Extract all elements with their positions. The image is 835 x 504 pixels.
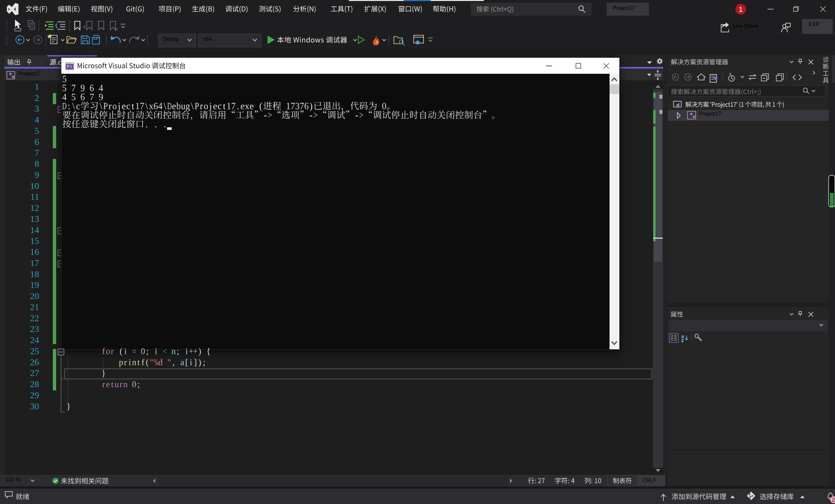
svg-text:8: 8: [35, 159, 39, 169]
svg-text:21: 21: [30, 302, 39, 312]
svg-text:10: 10: [30, 181, 39, 191]
svg-text:22: 22: [30, 313, 39, 323]
svg-text:5: 5: [35, 126, 39, 136]
svg-text:2: 2: [832, 497, 835, 503]
svg-text:19: 19: [30, 280, 39, 290]
svg-text:18: 18: [30, 269, 39, 279]
svg-text:6: 6: [35, 137, 39, 147]
svg-text:4: 4: [35, 115, 39, 125]
svg-text:20: 20: [30, 291, 39, 301]
svg-text:1: 1: [35, 82, 39, 92]
svg-text:2: 2: [35, 93, 39, 103]
svg-text:Z: Z: [681, 339, 684, 343]
svg-text:26: 26: [30, 357, 39, 367]
svg-text:24: 24: [30, 335, 39, 345]
svg-text:25: 25: [30, 346, 39, 356]
svg-text:7: 7: [35, 147, 39, 158]
svg-text:16: 16: [30, 247, 39, 257]
svg-text:17: 17: [30, 258, 39, 268]
svg-text:13: 13: [30, 214, 39, 224]
svg-text:30: 30: [30, 401, 39, 411]
svg-text:28: 28: [30, 379, 39, 389]
svg-text:3: 3: [35, 103, 39, 114]
svg-text:23: 23: [30, 324, 39, 334]
svg-text:11: 11: [30, 191, 39, 202]
svg-text:9: 9: [35, 170, 39, 180]
svg-text:1: 1: [739, 5, 743, 13]
svg-text:15: 15: [30, 236, 39, 246]
svg-text:29: 29: [30, 390, 39, 400]
svg-text:14: 14: [30, 225, 39, 235]
svg-text:27: 27: [30, 368, 39, 378]
svg-text:12: 12: [30, 203, 39, 213]
